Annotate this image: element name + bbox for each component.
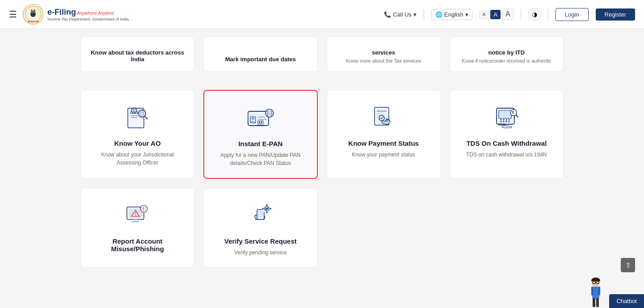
svg-rect-75 <box>592 287 599 299</box>
svg-rect-28 <box>261 124 262 124</box>
svg-point-45 <box>509 119 510 121</box>
divider-3 <box>548 9 548 20</box>
top-card-services[interactable]: services Know more about the Tax service… <box>327 36 441 72</box>
top-card-due-dates[interactable]: Mark important due dates <box>203 36 317 72</box>
font-controls: A A A <box>480 9 514 20</box>
svg-rect-11 <box>130 117 138 118</box>
card-know-your-ao-icon <box>123 104 152 132</box>
svg-rect-34 <box>377 113 385 114</box>
svg-rect-69 <box>262 208 264 210</box>
card-verify-service-request[interactable]: Verify Service Request Verify pending se… <box>203 188 317 268</box>
header: ☰ सत्यमेव जयते e-Filing Anywhere Anytime <box>0 0 644 29</box>
svg-point-44 <box>506 119 507 121</box>
svg-rect-59 <box>131 221 139 222</box>
language-selector[interactable]: 🌐 English ▾ <box>431 9 472 20</box>
svg-rect-27 <box>260 123 261 124</box>
top-card-tax-deductors[interactable]: Know about tax deductors across India <box>80 36 194 72</box>
card-report-account-misuse-icon: ! ! <box>123 202 152 230</box>
card-tds-cash-withdrawal-desc: TDS on cash withdrawal u/s 194N <box>466 151 547 159</box>
card-know-your-ao-desc: Know about your Jurisdictional Assessing… <box>90 151 185 167</box>
svg-rect-41 <box>499 110 511 118</box>
card-instant-epan-desc: Apply for a new PAN/Update PAN details/C… <box>213 151 307 167</box>
empty-card-4 <box>450 188 564 268</box>
logo-area: सत्यमेव जयते e-Filing Anywhere Anytime I… <box>22 4 129 25</box>
svg-point-47 <box>503 121 505 122</box>
card-know-your-ao[interactable]: Know Your AO Know about your Jurisdictio… <box>80 90 194 179</box>
top-card-services-title: services <box>372 49 395 56</box>
card-report-account-misuse[interactable]: ! ! Report Account Misuse/Phishing <box>80 188 194 268</box>
chatbot-area: Chatbot <box>582 272 644 308</box>
svg-point-13 <box>133 109 135 110</box>
font-large-button[interactable]: A <box>502 9 514 20</box>
top-card-services-desc: Know more about the Tax services <box>346 58 421 64</box>
card-verify-service-request-title: Verify Service Request <box>224 237 297 245</box>
svg-text:!: ! <box>143 207 144 211</box>
hamburger-icon[interactable]: ☰ <box>9 9 17 20</box>
svg-point-49 <box>509 121 510 122</box>
svg-point-48 <box>506 121 507 122</box>
card-know-payment-status-title: Know Payment Status <box>348 139 419 147</box>
svg-rect-24 <box>259 122 260 123</box>
cards-row-1: Know Your AO Know about your Jurisdictio… <box>0 81 644 188</box>
card-know-your-ao-title: Know Your AO <box>114 139 161 147</box>
svg-rect-21 <box>258 117 265 118</box>
top-card-notice-itd[interactable]: notice by ITD Know if notice/order recei… <box>450 36 564 72</box>
login-button[interactable]: Login <box>556 8 589 21</box>
card-instant-epan[interactable]: Instant E-PAN Apply for a new PAN/Update… <box>203 90 317 179</box>
svg-rect-76 <box>591 287 593 295</box>
svg-rect-5 <box>30 12 36 13</box>
divider-1 <box>424 9 424 20</box>
register-button[interactable]: Register <box>596 8 635 21</box>
svg-rect-26 <box>259 124 260 124</box>
svg-rect-25 <box>261 122 262 123</box>
globe-icon: 🌐 <box>435 11 442 18</box>
svg-rect-79 <box>596 298 599 307</box>
top-card-notice-itd-title: notice by ITD <box>488 49 525 56</box>
card-know-payment-status-desc: Know your payment status <box>352 151 415 159</box>
svg-point-20 <box>252 117 254 120</box>
svg-rect-10 <box>130 115 139 116</box>
top-card-due-dates-title: Mark important due dates <box>225 56 296 63</box>
svg-rect-68 <box>266 212 267 213</box>
card-know-payment-status-icon <box>369 104 398 132</box>
svg-point-6 <box>31 9 33 12</box>
contrast-button[interactable]: ◑ <box>528 8 541 21</box>
card-verify-service-request-desc: Verify pending service <box>234 249 286 257</box>
top-card-notice-itd-desc: Know if notice/order received is authent… <box>462 58 551 64</box>
card-instant-epan-icon <box>246 104 275 133</box>
scroll-top-button[interactable]: ⇧ <box>621 258 635 272</box>
svg-rect-33 <box>377 110 387 112</box>
logo-efiling-text: e-Filing <box>47 8 76 17</box>
card-tds-cash-withdrawal-title: TDS On Cash Withdrawal <box>466 139 547 147</box>
svg-line-15 <box>145 116 147 119</box>
language-label: English <box>444 11 463 18</box>
top-row: Know about tax deductors across India Ma… <box>0 29 644 72</box>
card-know-payment-status[interactable]: Know Payment Status Know your payment st… <box>327 90 441 179</box>
svg-rect-78 <box>593 298 595 307</box>
call-us-chevron: ▾ <box>413 11 417 18</box>
logo-subtitle-text: Income Tax Department, Government of Ind… <box>47 17 129 21</box>
svg-text:सत्यमेव जयते: सत्यमेव जयते <box>27 20 39 23</box>
svg-point-43 <box>503 119 505 121</box>
card-tds-cash-withdrawal[interactable]: ₹ TDS On Cash Withdrawal TDS on cash wit… <box>450 90 564 179</box>
svg-rect-58 <box>133 219 138 221</box>
svg-line-52 <box>516 115 518 117</box>
lang-chevron: ▾ <box>465 11 468 18</box>
logo-text: e-Filing Anywhere Anytime Income Tax Dep… <box>47 8 129 21</box>
svg-rect-63 <box>258 211 263 217</box>
card-tds-cash-withdrawal-icon: ₹ <box>492 104 521 132</box>
svg-point-7 <box>34 9 35 12</box>
call-us-button[interactable]: 📞 Call Us ▾ <box>384 11 417 18</box>
chatbot-button[interactable]: Chatbot <box>609 294 644 308</box>
header-right: 📞 Call Us ▾ 🌐 English ▾ A A A ◑ Login Re… <box>384 8 635 21</box>
font-medium-button[interactable]: A <box>490 10 501 19</box>
card-instant-epan-title: Instant E-PAN <box>238 140 282 148</box>
svg-rect-77 <box>598 287 600 295</box>
card-report-account-misuse-title: Report Account Misuse/Phishing <box>90 237 185 253</box>
svg-rect-70 <box>270 208 271 210</box>
font-small-button[interactable]: A <box>480 11 489 18</box>
empty-card-3 <box>327 188 441 268</box>
call-us-label: Call Us <box>393 11 412 18</box>
chatbot-avatar-figure <box>587 277 605 308</box>
top-card-tax-deductors-title: Know about tax deductors across India <box>90 49 185 63</box>
